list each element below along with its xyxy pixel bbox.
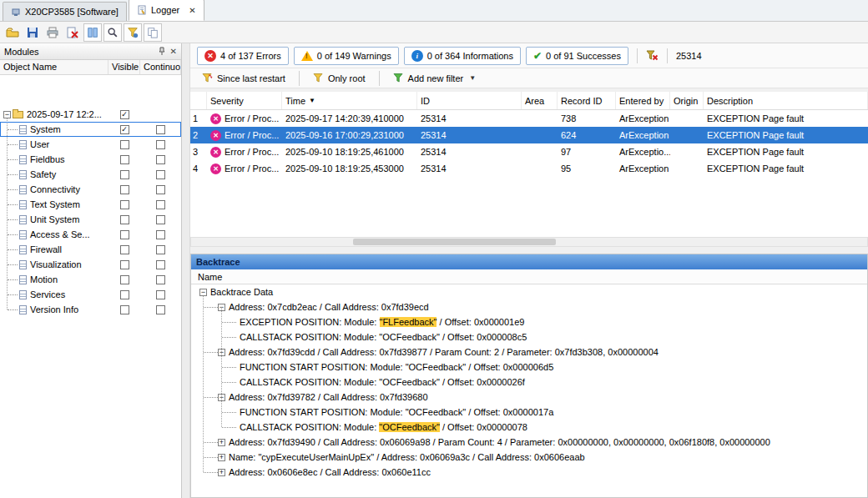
tab-logger[interactable]: Logger ✕: [129, 0, 204, 21]
checkbox[interactable]: [120, 230, 129, 239]
module-row[interactable]: Fieldbus: [0, 152, 181, 167]
backtrace-node[interactable]: CALLSTACK POSITION: Module: "OCFeedback"…: [191, 375, 867, 390]
horizontal-scrollbar[interactable]: [190, 237, 868, 247]
checkbox[interactable]: [156, 275, 165, 284]
search-icon[interactable]: [103, 23, 122, 42]
checkbox[interactable]: [120, 140, 129, 149]
backtrace-node[interactable]: +Address: 0x7fd39490 / Call Address: 0x0…: [191, 435, 867, 450]
checkbox[interactable]: [156, 125, 165, 134]
log-row[interactable]: 1✕Error / Proc...2025-09-17 14:20:39,410…: [190, 110, 868, 127]
backtrace-node[interactable]: +Name: "cypExecuteUserMainUpEx" / Addres…: [191, 450, 867, 465]
backtrace-node[interactable]: +Address: 0x0606e8ec / Call Address: 0x0…: [191, 465, 867, 480]
checkbox[interactable]: [120, 170, 129, 179]
checkbox[interactable]: [156, 170, 165, 179]
backtrace-column-header[interactable]: Name: [191, 269, 867, 284]
module-row[interactable]: Motion: [0, 272, 181, 287]
close-tab-icon[interactable]: ✕: [189, 6, 195, 15]
module-row[interactable]: Firewall: [0, 242, 181, 257]
column-description[interactable]: Description: [704, 92, 868, 109]
filter-successes-button[interactable]: ✔ 0 of 91 Successes: [526, 47, 628, 65]
clear-logger-icon[interactable]: [63, 23, 82, 42]
module-row[interactable]: User: [0, 137, 181, 152]
backtrace-node[interactable]: EXCEPTION POSITION: Module: "FLFeedback"…: [191, 314, 867, 329]
backtrace-node[interactable]: CALLSTACK POSITION: Module: "OCFeedback"…: [191, 329, 867, 345]
checkbox[interactable]: [156, 230, 165, 239]
checkbox[interactable]: ✓: [120, 110, 129, 119]
column-time[interactable]: Time▼: [282, 92, 417, 109]
open-icon[interactable]: [3, 23, 22, 42]
pin-icon[interactable]: [158, 47, 166, 56]
checkbox[interactable]: [120, 185, 129, 194]
column-record-id[interactable]: Record ID: [558, 92, 616, 109]
module-root-row[interactable]: −2025-09-17 12:2...✓: [0, 107, 181, 122]
collapse-icon[interactable]: −: [3, 111, 11, 118]
backtrace-node[interactable]: −Address: 0x7fd39782 / Call Address: 0x7…: [191, 390, 867, 405]
checkbox[interactable]: [156, 245, 165, 254]
save-icon[interactable]: [23, 23, 42, 42]
clear-filter-icon[interactable]: [646, 49, 659, 62]
checkbox[interactable]: [120, 155, 129, 164]
module-row[interactable]: Unit System: [0, 212, 181, 227]
checkbox[interactable]: ✓: [120, 125, 129, 134]
checkbox[interactable]: [120, 260, 129, 269]
checkbox[interactable]: [156, 215, 165, 224]
column-area[interactable]: Area: [522, 92, 558, 109]
module-row[interactable]: Text System: [0, 197, 181, 212]
module-row[interactable]: Version Info: [0, 302, 181, 317]
checkbox[interactable]: [120, 245, 129, 254]
filter-informations-button[interactable]: i 0 of 364 Informations: [404, 47, 521, 65]
columns-icon[interactable]: [83, 23, 102, 42]
module-row[interactable]: Visualization: [0, 257, 181, 272]
add-new-filter-button[interactable]: Add new filter ▼: [388, 71, 482, 85]
filter-text-input[interactable]: [676, 51, 793, 61]
backtrace-node[interactable]: −Address: 0x7cdb2eac / Call Address: 0x7…: [191, 299, 867, 314]
checkbox[interactable]: [120, 290, 129, 299]
expand-icon[interactable]: +: [218, 469, 225, 476]
module-row[interactable]: Connectivity: [0, 182, 181, 197]
module-row[interactable]: System✓: [0, 122, 181, 137]
checkbox[interactable]: [156, 305, 165, 314]
module-row[interactable]: Services: [0, 287, 181, 302]
column-object-name[interactable]: Object Name: [0, 60, 108, 74]
tab-software[interactable]: X20CP3585 [Software]: [3, 2, 127, 21]
checkbox[interactable]: [120, 275, 129, 284]
checkbox[interactable]: [156, 200, 165, 209]
scrollbar-thumb[interactable]: [353, 239, 556, 245]
backtrace-node[interactable]: FUNCTION START POSITION: Module: "OCFeed…: [191, 405, 867, 420]
panel-splitter[interactable]: [182, 43, 190, 498]
log-row[interactable]: 4✕Error / Proc...2025-09-10 18:19:25,453…: [190, 160, 868, 177]
column-origin[interactable]: Origin: [670, 92, 704, 109]
column-continuous[interactable]: Continuou: [140, 60, 181, 74]
collapse-icon[interactable]: −: [199, 289, 207, 296]
checkbox[interactable]: [120, 215, 129, 224]
only-root-toggle[interactable]: Only root: [308, 71, 371, 85]
checkbox[interactable]: [156, 155, 165, 164]
log-row[interactable]: 2✕Error / Proc...2025-09-16 17:00:29,231…: [190, 127, 868, 143]
column-severity[interactable]: Severity: [207, 92, 282, 109]
checkbox[interactable]: [120, 200, 129, 209]
expand-icon[interactable]: +: [218, 454, 225, 461]
module-row[interactable]: Safety: [0, 167, 181, 182]
checkbox[interactable]: [156, 140, 165, 149]
filter-settings-icon[interactable]: [124, 23, 142, 42]
since-last-restart-toggle[interactable]: Since last restart: [197, 71, 290, 85]
backtrace-node[interactable]: −Backtrace Data: [191, 284, 867, 299]
column-visible[interactable]: Visible: [108, 60, 140, 74]
expand-icon[interactable]: +: [218, 439, 225, 446]
backtrace-node[interactable]: −Address: 0x7fd39cdd / Call Address: 0x7…: [191, 345, 867, 360]
print-icon[interactable]: [43, 23, 62, 42]
copy-icon[interactable]: [144, 23, 162, 42]
backtrace-node[interactable]: CALLSTACK POSITION: Module: "OCFeedback"…: [191, 420, 867, 435]
close-panel-icon[interactable]: ✕: [170, 47, 177, 56]
checkbox[interactable]: [120, 305, 129, 314]
checkbox[interactable]: [156, 185, 165, 194]
module-row[interactable]: Access & Se...: [0, 227, 181, 242]
filter-warnings-button[interactable]: 0 of 149 Warnings: [294, 47, 399, 65]
column-id[interactable]: ID: [417, 92, 522, 109]
log-row[interactable]: 3✕Error / Proc...2025-09-10 18:19:25,461…: [190, 143, 868, 160]
checkbox[interactable]: [156, 260, 165, 269]
column-entered-by[interactable]: Entered by: [616, 92, 670, 109]
backtrace-node[interactable]: FUNCTION START POSITION: Module: "OCFeed…: [191, 360, 867, 375]
filter-errors-button[interactable]: ✕ 4 of 137 Errors: [197, 47, 289, 65]
checkbox[interactable]: [156, 290, 165, 299]
